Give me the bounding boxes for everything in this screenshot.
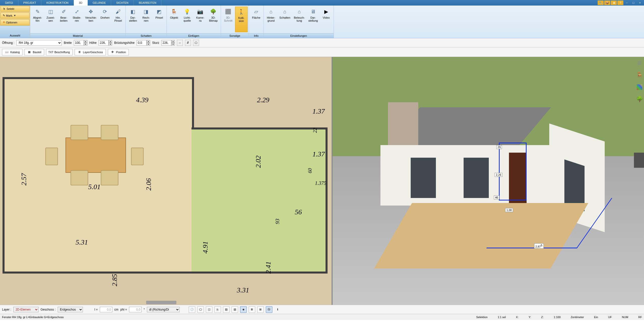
group-label-material: Material xyxy=(30,33,125,38)
flaeche-button[interactable]: ▱Fläche xyxy=(250,7,263,32)
chimney xyxy=(388,102,418,148)
video-button[interactable]: ▶Video xyxy=(320,7,333,32)
beschriftung-button[interactable]: TXTBeschriftung xyxy=(46,49,73,55)
menu-tab-sichten[interactable]: SICHTEN xyxy=(111,0,134,6)
menu-tab-bearbeiten[interactable]: BEARBEITEN xyxy=(134,0,162,6)
stack-icon[interactable]: ◫ xyxy=(206,306,212,313)
minimize-button[interactable]: − xyxy=(624,1,630,5)
bruest-down[interactable]: ▼ xyxy=(147,43,150,46)
dl-select[interactable]: dl (Richtung/Di xyxy=(147,307,180,312)
tool-icon[interactable]: 🔧 xyxy=(598,1,604,5)
menu-tab-konstruktion[interactable]: KONSTRUKTION xyxy=(41,0,74,6)
pen-icon: ✎ xyxy=(3,14,5,17)
breite-down[interactable]: ▼ xyxy=(84,43,87,46)
mark-button[interactable]: ✎Mark.▾ xyxy=(1,13,29,18)
hoehe-label: Höhe xyxy=(89,41,97,45)
ribbon-selection-panel: 🖱Selekt ✎Mark.▾ ✚Optionen Auswahl xyxy=(0,6,30,38)
tree-icon[interactable]: 🌳 xyxy=(636,96,643,103)
hoehe-up[interactable]: ▲ xyxy=(109,40,112,43)
beleuchtung-button[interactable]: ⌂Beleuch- tung xyxy=(292,7,306,32)
kamera-button[interactable]: 📷Kame- ra xyxy=(194,7,207,32)
kollision-button[interactable]: 🚶Kolli- sion xyxy=(235,7,248,32)
menu-tab-datei[interactable]: DATEI xyxy=(0,0,18,6)
hintergrund-button[interactable]: ⌂Hinter- grund xyxy=(265,7,277,32)
schatten2-button[interactable]: ⌂Schatten xyxy=(278,7,292,32)
layers-icon: ≣ xyxy=(77,50,81,54)
dimension-text: 1.37 xyxy=(312,150,325,158)
arrows-h-icon[interactable]: ↔ xyxy=(177,40,183,46)
skalieren-button[interactable]: ⤢Skalie- ren xyxy=(71,7,83,32)
breite-input[interactable] xyxy=(74,40,84,46)
position-button[interactable]: ✥Position xyxy=(108,49,129,55)
bauteil-button[interactable]: ▦Bauteil xyxy=(24,49,44,55)
horizontal-scrollbar[interactable] xyxy=(146,301,176,304)
package-icon[interactable]: 📦 xyxy=(604,1,610,5)
phi-input[interactable] xyxy=(129,307,142,312)
display-icon: 🖥 xyxy=(309,8,317,16)
dimension-text: 2.57 xyxy=(20,173,28,186)
chair xyxy=(101,170,118,185)
verschieben-button[interactable]: ✥Verschie- ben xyxy=(84,7,98,32)
katalog-button[interactable]: 📖Katalog xyxy=(2,49,22,55)
sturz-up[interactable]: ▲ xyxy=(171,40,175,43)
palette-icon[interactable] xyxy=(636,84,643,91)
bearbeiten-button[interactable]: ✐Bear- beiten xyxy=(57,7,70,32)
bruest-input[interactable] xyxy=(137,40,147,46)
clock-icon[interactable]: 🕐 xyxy=(189,306,195,313)
cube-icon: ◧ xyxy=(129,8,137,16)
darstellung-button[interactable]: 🖥Dar- stellung xyxy=(307,7,319,32)
layer-select[interactable]: 2D-Elemen xyxy=(13,307,39,312)
rechnen-button[interactable]: ◨Rech- nen xyxy=(140,7,152,32)
maximize-button[interactable]: □ xyxy=(630,1,636,5)
help-icon[interactable]: ? xyxy=(617,1,623,5)
zuweisen-button[interactable]: ◫Zuwei- sen xyxy=(44,7,57,32)
bitmap-button[interactable]: 🌳3D- Bitmap xyxy=(207,7,220,32)
menu-tab-projekt[interactable]: PROJEKT xyxy=(18,0,42,6)
breite-up[interactable]: ▲ xyxy=(84,40,87,43)
sturz-down[interactable]: ▼ xyxy=(171,43,175,46)
drehen-button[interactable]: ⟳Drehen xyxy=(99,7,111,32)
chair-icon[interactable]: 🪑 xyxy=(636,72,643,79)
objekt-button[interactable]: 🪑Objekt xyxy=(168,7,180,32)
sturz-input[interactable] xyxy=(161,40,171,46)
diamond-icon[interactable]: ◈ xyxy=(240,306,247,313)
view-3d[interactable]: 29 2,26 46 1,00 2,875 ≣ 🪑 🌳 xyxy=(333,57,644,305)
info-icon[interactable]: ℹ xyxy=(274,306,281,313)
pinsel2-button[interactable]: ◩Pinsel xyxy=(153,7,166,32)
bruest-up[interactable]: ▲ xyxy=(147,40,150,43)
layer-button[interactable]: ≣Layer/Geschoss xyxy=(75,49,106,55)
l-input[interactable] xyxy=(100,307,112,312)
group-label-sonstige: Sonstige xyxy=(221,33,249,38)
oeffnung-select[interactable]: RH 1flg. gr xyxy=(16,40,62,46)
abgreifen-button[interactable]: ✎Abgrei- fen xyxy=(31,7,44,32)
north-icon[interactable]: Ⓝ xyxy=(266,306,272,313)
hatch2-icon[interactable]: ▧ xyxy=(232,306,238,313)
layers2-icon[interactable]: ≣ xyxy=(249,306,255,313)
close-button[interactable]: × xyxy=(637,1,643,5)
menu-bar: DATEI PROJEKT KONSTRUKTION 3D GELÄNDE SI… xyxy=(0,0,644,6)
copy-icon[interactable]: ⎘ xyxy=(214,306,221,313)
lichtquelle-button[interactable]: 💡Licht- quelle xyxy=(181,7,194,32)
pinsel-button[interactable]: 🖌Hin. Pinsel xyxy=(112,7,124,32)
menu-tab-gelaende[interactable]: GELÄNDE xyxy=(88,0,111,6)
darstellen-button[interactable]: ◧Dar- stellen xyxy=(127,7,139,32)
screen-icon[interactable]: 🖥 xyxy=(611,1,617,5)
geschoss-select[interactable]: Erdgeschos xyxy=(58,307,83,312)
select-button[interactable]: 🖱Selekt xyxy=(1,6,29,12)
grid-icon[interactable]: ⊞ xyxy=(257,306,264,313)
measurement-label: 1,00 xyxy=(505,208,513,212)
flip-icon[interactable]: ⇵ xyxy=(185,40,191,46)
view-2d[interactable]: 4.39 2.29 5.01 2.57 2.06 5.31 2.85 3.31 … xyxy=(0,57,333,305)
menu-tab-3d[interactable]: 3D xyxy=(74,0,88,6)
optionen-button[interactable]: ✚Optionen xyxy=(1,19,29,25)
monitor-icon[interactable]: 🖵 xyxy=(197,306,204,313)
screen-icon[interactable]: 🖵 xyxy=(193,40,199,46)
layers-icon[interactable]: ≣ xyxy=(636,59,643,66)
status-ein: Ein xyxy=(594,316,598,319)
hoehe-input[interactable] xyxy=(99,40,109,46)
hoehe-down[interactable]: ▼ xyxy=(109,43,112,46)
hatch1-icon[interactable]: ▨ xyxy=(223,306,230,313)
chair-icon: 🪑 xyxy=(170,8,178,16)
schnitt-button[interactable]: ⬛3D- Schnitt xyxy=(222,7,235,32)
sidepanel-handle[interactable] xyxy=(634,153,644,168)
